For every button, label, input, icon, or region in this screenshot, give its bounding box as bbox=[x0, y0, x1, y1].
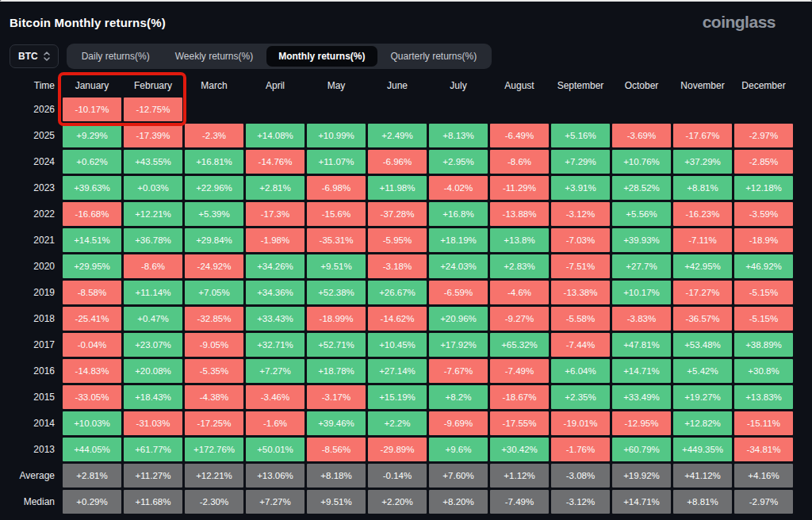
return-cell: +27.14% bbox=[368, 359, 427, 383]
column-header-february: February bbox=[124, 76, 182, 95]
return-cell: -17.67% bbox=[673, 124, 732, 147]
return-cell: +15.19% bbox=[368, 385, 427, 409]
return-cell: +47.81% bbox=[612, 333, 671, 357]
return-cell: +8.2% bbox=[429, 385, 488, 409]
return-cell: +9.51% bbox=[307, 254, 366, 278]
coinglass-logo: coinglass bbox=[703, 13, 776, 32]
return-cell: -6.98% bbox=[307, 176, 366, 200]
return-cell: -3.46% bbox=[246, 385, 304, 409]
returns-tabs: Daily returns(%)Weekly returns(%)Monthly… bbox=[67, 44, 492, 69]
return-cell: +52.38% bbox=[307, 281, 366, 304]
return-cell: +6.04% bbox=[551, 359, 610, 383]
return-cell: -7.51% bbox=[551, 254, 610, 278]
return-cell: -8.56% bbox=[307, 438, 366, 461]
coin-selector[interactable]: BTC bbox=[10, 44, 59, 68]
return-cell: +9.51% bbox=[307, 490, 366, 514]
return-cell: -33.05% bbox=[63, 385, 121, 409]
row-label-2022: 2022 bbox=[10, 202, 60, 226]
return-cell: +9.29% bbox=[63, 124, 121, 147]
return-cell: +0.03% bbox=[124, 176, 182, 200]
return-cell: +30.42% bbox=[490, 438, 549, 461]
return-cell: +11.07% bbox=[307, 150, 366, 174]
return-cell: -2.97% bbox=[734, 490, 793, 514]
row-label-2016: 2016 bbox=[10, 359, 60, 383]
return-cell: +7.27% bbox=[246, 490, 304, 514]
return-cell: -37.28% bbox=[368, 202, 427, 226]
column-header-october: October bbox=[612, 76, 671, 95]
column-header-march: March bbox=[185, 76, 243, 95]
return-cell: +18.43% bbox=[124, 385, 182, 409]
return-cell: +22.96% bbox=[185, 176, 243, 200]
return-cell: +10.17% bbox=[612, 281, 671, 304]
return-cell: -3.12% bbox=[551, 202, 610, 226]
column-header-april: April bbox=[246, 76, 304, 95]
return-cell: +52.71% bbox=[307, 333, 366, 357]
return-cell: -11.29% bbox=[490, 176, 549, 200]
return-cell: -6.96% bbox=[368, 150, 427, 174]
column-header-july: July bbox=[429, 76, 488, 95]
return-cell: -1.6% bbox=[246, 411, 304, 435]
column-header-june: June bbox=[368, 76, 427, 95]
tab-daily-returns[interactable]: Daily returns(%) bbox=[70, 46, 162, 67]
return-cell: -14.62% bbox=[368, 307, 427, 331]
return-cell: -5.58% bbox=[551, 307, 610, 331]
return-cell: +7.05% bbox=[185, 281, 243, 304]
return-cell: +43.55% bbox=[124, 150, 182, 174]
return-cell: -6.59% bbox=[429, 281, 488, 304]
empty-cell bbox=[734, 98, 793, 121]
column-header-january: January bbox=[63, 76, 121, 95]
return-cell: +20.08% bbox=[124, 359, 182, 383]
return-cell: +18.78% bbox=[307, 359, 366, 383]
column-header-december: December bbox=[734, 76, 793, 95]
return-cell: -2.30% bbox=[185, 490, 243, 514]
return-cell: -18.99% bbox=[307, 307, 366, 331]
tab-monthly-returns[interactable]: Monthly returns(%) bbox=[266, 46, 377, 67]
return-cell: +172.76% bbox=[185, 438, 243, 461]
return-cell: -13.88% bbox=[490, 202, 549, 226]
window-top-edge bbox=[0, 0, 812, 2]
row-label-2026: 2026 bbox=[10, 98, 60, 121]
return-cell: -13.38% bbox=[551, 281, 610, 304]
return-cell: -3.69% bbox=[612, 124, 671, 147]
returns-table: TimeJanuaryFebruaryMarchAprilMayJuneJuly… bbox=[10, 76, 812, 514]
column-header-may: May bbox=[307, 76, 366, 95]
return-cell: +33.43% bbox=[246, 307, 304, 331]
return-cell: +24.03% bbox=[429, 254, 488, 278]
column-header-august: August bbox=[490, 76, 549, 95]
return-cell: +39.93% bbox=[612, 228, 671, 252]
row-label-2017: 2017 bbox=[10, 333, 60, 357]
return-cell: +12.21% bbox=[185, 464, 243, 488]
row-label-2018: 2018 bbox=[10, 307, 60, 331]
return-cell: +8.81% bbox=[673, 176, 732, 200]
return-cell: -15.11% bbox=[734, 411, 793, 435]
return-cell: +19.92% bbox=[612, 464, 671, 488]
return-cell: +11.27% bbox=[124, 464, 182, 488]
empty-cell bbox=[612, 98, 671, 121]
return-cell: +8.18% bbox=[307, 464, 366, 488]
return-cell: -7.49% bbox=[490, 490, 549, 514]
return-cell: -4.38% bbox=[185, 385, 243, 409]
return-cell: -35.31% bbox=[307, 228, 366, 252]
return-cell: +5.16% bbox=[551, 124, 610, 147]
return-cell: -10.17% bbox=[63, 98, 121, 121]
return-cell: -7.03% bbox=[551, 228, 610, 252]
row-label-2021: 2021 bbox=[10, 228, 60, 252]
return-cell: +13.83% bbox=[734, 385, 793, 409]
return-cell: -29.89% bbox=[368, 438, 427, 461]
empty-cell bbox=[429, 98, 488, 121]
tab-quarterly-returns[interactable]: Quarterly returns(%) bbox=[379, 46, 489, 67]
return-cell: -17.3% bbox=[246, 202, 304, 226]
return-cell: +28.52% bbox=[612, 176, 671, 200]
page-header: Bitcoin Monthly returns(%) coinglass bbox=[10, 13, 812, 32]
tab-weekly-returns[interactable]: Weekly returns(%) bbox=[163, 46, 265, 67]
return-cell: +16.81% bbox=[185, 150, 243, 174]
return-cell: -2.3% bbox=[185, 124, 243, 147]
row-label-2020: 2020 bbox=[10, 254, 60, 278]
page-title: Bitcoin Monthly returns(%) bbox=[10, 16, 166, 29]
return-cell: -7.67% bbox=[429, 359, 488, 383]
return-cell: -25.41% bbox=[63, 307, 121, 331]
return-cell: -24.92% bbox=[185, 254, 243, 278]
return-cell: +20.96% bbox=[429, 307, 488, 331]
controls-bar: BTC Daily returns(%)Weekly returns(%)Mon… bbox=[10, 44, 812, 69]
return-cell: -12.95% bbox=[612, 411, 671, 435]
